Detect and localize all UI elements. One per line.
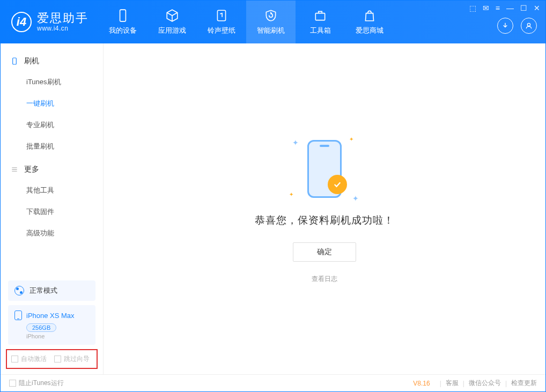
body: 刷机 iTunes刷机 一键刷机 专业刷机 批量刷机 更多 其他工具 下载固件 … — [1, 43, 545, 374]
checkbox-icon — [54, 356, 61, 363]
phone-outline-icon — [10, 57, 19, 65]
window-controls: ⬚ ✉ ≡ ― ☐ ✕ — [469, 4, 540, 12]
app-title: 爱思助手 — [37, 12, 88, 25]
device-box[interactable]: iPhone XS Max 256GB iPhone — [8, 305, 95, 345]
sidebar-section-title: 刷机 — [24, 56, 39, 66]
device-name: iPhone XS Max — [26, 312, 75, 320]
divider: | — [440, 380, 441, 387]
sidebar-bottom: 正常模式 iPhone XS Max 256GB iPhone 自动激活 — [1, 276, 103, 374]
cube-icon — [165, 9, 179, 23]
sparkle-icon: ✦ — [289, 191, 293, 197]
mode-icon — [14, 286, 24, 295]
device-phone-icon — [14, 310, 22, 320]
user-icon[interactable] — [521, 18, 537, 34]
sidebar-section-title: 更多 — [24, 165, 39, 174]
device-type: iPhone — [26, 333, 89, 339]
storage-badge: 256GB — [26, 323, 56, 332]
phone-icon — [116, 9, 130, 23]
nav-label: 我的设备 — [109, 26, 137, 35]
footer-link-wechat[interactable]: 微信公众号 — [469, 379, 501, 388]
nav-tab-store[interactable]: 爱思商城 — [345, 1, 394, 43]
svg-point-3 — [527, 23, 530, 26]
success-message: 恭喜您，保资料刷机成功啦！ — [255, 213, 394, 227]
nav-label: 铃声壁纸 — [208, 26, 235, 35]
app-window: i4 爱思助手 www.i4.cn 我的设备 应用游戏 铃声壁纸 智能刷机 — [0, 0, 546, 392]
svg-rect-0 — [120, 10, 126, 21]
nav-tab-ringtone[interactable]: 铃声壁纸 — [197, 1, 246, 43]
minimize-button[interactable]: ― — [506, 4, 514, 12]
logo-area: i4 爱思助手 www.i4.cn — [1, 12, 98, 32]
nav-label: 工具箱 — [310, 26, 331, 35]
sparkle-icon: ✦ — [292, 138, 299, 147]
sparkle-icon: ✦ — [352, 194, 359, 203]
sidebar-item-download-firmware[interactable]: 下载固件 — [1, 201, 103, 223]
close-button[interactable]: ✕ — [534, 4, 540, 12]
ok-button[interactable]: 确定 — [293, 242, 356, 262]
nav-tab-apps[interactable]: 应用游戏 — [147, 1, 197, 43]
checkbox-label: 跳过向导 — [64, 354, 90, 364]
footer: 阻止iTunes运行 V8.16 | 客服 | 微信公众号 | 检查更新 — [1, 374, 545, 391]
divider: | — [505, 380, 507, 387]
svg-rect-4 — [13, 58, 17, 64]
download-icon[interactable] — [497, 18, 513, 34]
nav-tab-flash[interactable]: 智能刷机 — [246, 1, 296, 43]
sidebar-item-other-tools[interactable]: 其他工具 — [1, 180, 103, 201]
sidebar-section-flash: 刷机 iTunes刷机 一键刷机 专业刷机 批量刷机 — [1, 51, 103, 159]
logo-text: 爱思助手 www.i4.cn — [37, 12, 88, 32]
footer-right: V8.16 | 客服 | 微信公众号 | 检查更新 — [413, 379, 537, 388]
mode-label: 正常模式 — [29, 286, 57, 295]
header: i4 爱思助手 www.i4.cn 我的设备 应用游戏 铃声壁纸 智能刷机 — [1, 1, 545, 43]
sidebar-item-itunes-flash[interactable]: iTunes刷机 — [1, 71, 103, 93]
sidebar-item-advanced[interactable]: 高级功能 — [1, 223, 103, 244]
list-icon — [10, 165, 19, 174]
highlighted-checkbox-row: 自动激活 跳过向导 — [6, 349, 98, 369]
footer-link-update[interactable]: 检查更新 — [511, 379, 537, 388]
success-illustration: ✦ ✦ ✦ ✦ — [287, 134, 362, 204]
sidebar-item-batch-flash[interactable]: 批量刷机 — [1, 136, 103, 157]
refresh-shield-icon — [264, 9, 278, 23]
checkbox-auto-activate[interactable]: 自动激活 — [11, 354, 47, 364]
footer-link-support[interactable]: 客服 — [446, 379, 459, 388]
nav-tab-device[interactable]: 我的设备 — [98, 1, 147, 43]
feedback-icon[interactable]: ✉ — [483, 4, 489, 12]
sidebar: 刷机 iTunes刷机 一键刷机 专业刷机 批量刷机 更多 其他工具 下载固件 … — [1, 43, 104, 374]
nav-label: 爱思商城 — [356, 26, 383, 35]
main-content: ✦ ✦ ✦ ✦ 恭喜您，保资料刷机成功啦！ 确定 查看日志 — [104, 43, 545, 374]
svg-rect-1 — [217, 10, 225, 21]
music-file-icon — [215, 9, 228, 23]
sidebar-item-pro-flash[interactable]: 专业刷机 — [1, 114, 103, 136]
bag-icon — [363, 9, 377, 23]
divider: | — [463, 380, 464, 387]
checkbox-label: 阻止iTunes运行 — [19, 379, 64, 388]
menu-icon[interactable]: ≡ — [496, 4, 500, 12]
checkbox-label: 自动激活 — [21, 354, 47, 364]
version-label: V8.16 — [413, 380, 430, 387]
nav-tab-toolbox[interactable]: 工具箱 — [296, 1, 345, 43]
logo-icon: i4 — [11, 12, 32, 32]
nav-label: 应用游戏 — [158, 26, 186, 35]
briefcase-icon — [313, 9, 327, 23]
nav-label: 智能刷机 — [257, 26, 285, 35]
view-log-link[interactable]: 查看日志 — [312, 275, 337, 284]
check-badge-icon — [328, 175, 347, 194]
nav-tabs: 我的设备 应用游戏 铃声壁纸 智能刷机 工具箱 爱思商城 — [98, 1, 394, 43]
sparkle-icon: ✦ — [349, 136, 353, 142]
tshirt-icon[interactable]: ⬚ — [469, 4, 476, 12]
checkbox-icon — [11, 356, 18, 363]
svg-rect-2 — [315, 13, 324, 20]
sidebar-item-oneclick-flash[interactable]: 一键刷机 — [1, 93, 103, 114]
sidebar-header-more: 更多 — [1, 159, 103, 180]
checkbox-skip-guide[interactable]: 跳过向导 — [54, 354, 90, 364]
mode-box[interactable]: 正常模式 — [8, 280, 95, 301]
checkbox-block-itunes[interactable]: 阻止iTunes运行 — [9, 379, 64, 388]
app-subtitle: www.i4.cn — [37, 25, 88, 32]
maximize-button[interactable]: ☐ — [520, 4, 527, 12]
sidebar-section-more: 更多 其他工具 下载固件 高级功能 — [1, 159, 103, 246]
device-header: iPhone XS Max — [14, 310, 89, 320]
sidebar-header-flash: 刷机 — [1, 51, 103, 71]
checkbox-icon — [9, 380, 16, 387]
header-action-icons — [497, 18, 537, 34]
